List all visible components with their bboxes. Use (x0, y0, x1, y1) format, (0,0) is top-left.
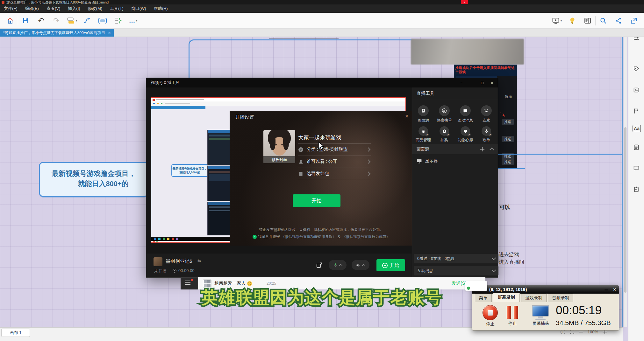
pause-button[interactable] (503, 305, 522, 320)
tab-menu[interactable]: 菜单 (475, 294, 492, 302)
terms-link[interactable]: 《微信视频号直播功能使用条款》 (281, 234, 336, 239)
tab-audio-record[interactable]: 音频录制 (548, 294, 573, 302)
dialog-start-button[interactable]: 开始 (293, 194, 340, 207)
font-style-icon[interactable]: Aa (633, 125, 641, 132)
live-status: 未开播 (154, 268, 167, 274)
tab-screen-record[interactable]: 屏幕录制 (493, 293, 520, 302)
agree-check-icon[interactable]: ✓ (253, 235, 257, 239)
hamburger-menu-icon[interactable] (185, 281, 190, 285)
mic-control[interactable] (329, 260, 347, 270)
live-start-button[interactable]: 开始 (376, 259, 405, 271)
push-button[interactable]: 推送 (502, 159, 514, 165)
cover-caption[interactable]: 修改封面 (263, 156, 295, 163)
tool-products[interactable]: ↗ 商品管理 (413, 126, 433, 143)
comment-icon[interactable] (628, 162, 644, 175)
cover-image[interactable]: 修改封面 (263, 130, 295, 163)
search-button[interactable] (597, 15, 609, 26)
source-item-display[interactable]: 显示器 (417, 158, 438, 164)
menu-insert[interactable]: 插入(I) (68, 6, 80, 11)
chevron-up-icon (339, 264, 342, 267)
image-icon[interactable] (628, 84, 644, 96)
more-tools-button[interactable]: … ▾ (127, 15, 139, 26)
window-maximize-icon[interactable]: □ (481, 80, 483, 85)
tab-close-icon[interactable]: × (108, 31, 111, 35)
red-packet-row[interactable]: 选群发红包 (298, 168, 370, 180)
collapse-icon[interactable] (490, 148, 494, 152)
sticker-tag-icon[interactable] (628, 63, 644, 75)
viewer-stats-bar[interactable]: 0看过 · 0在线 · 0热度 (414, 254, 498, 263)
tool-playlist[interactable]: ↗ 歌单 (476, 126, 496, 143)
push-button[interactable]: 推送 (502, 119, 514, 125)
add-source-icon[interactable] (480, 147, 484, 151)
lightbulb-button[interactable] (567, 15, 578, 26)
stream-title-input[interactable]: 大家一起来玩游戏 (298, 134, 341, 141)
canvas-tab[interactable]: 画布 1 (1, 329, 30, 337)
screen-capture-button[interactable] (532, 305, 550, 320)
menu-window[interactable]: 窗口(W) (131, 6, 146, 11)
swap-account-icon[interactable]: ⇆ (197, 258, 201, 263)
tool-ranking[interactable]: 热度榜单 (434, 105, 454, 123)
recorder-titlebar[interactable]: (8, 13, 1912, 1019) — × (472, 285, 619, 294)
scrollbar-thumb[interactable] (624, 127, 626, 293)
window-minimize-icon[interactable]: — (470, 81, 474, 85)
tool-call[interactable]: 连麦 (476, 105, 496, 123)
redo-button[interactable]: ↷ (51, 15, 62, 26)
lottery-icon (442, 129, 447, 134)
window-close-icon[interactable]: × (490, 80, 493, 86)
tool-screen-source[interactable]: 画面源 (413, 105, 433, 123)
tab-game-record[interactable]: 游戏录制 (521, 294, 547, 302)
vertical-scrollbar[interactable] (624, 37, 627, 327)
mini-window (207, 166, 232, 201)
category-row[interactable]: 分类 : 游戏-英雄联盟 (298, 143, 370, 156)
screen-share-icon[interactable] (316, 262, 323, 269)
menu-help[interactable]: 帮助(H) (154, 6, 168, 11)
recorder-close-icon[interactable]: × (613, 287, 616, 292)
menu-modify[interactable]: 修改(M) (88, 6, 103, 11)
export-button[interactable] (628, 15, 640, 26)
task-clipboard-icon[interactable] (628, 183, 644, 196)
app-close-button[interactable]: × (461, 0, 468, 4)
relationship-button[interactable] (82, 15, 93, 26)
notes-panel-button[interactable] (582, 15, 593, 26)
menu-file[interactable]: 文件(F) (4, 6, 18, 11)
home-button[interactable] (4, 15, 16, 26)
tool-lottery[interactable]: ↗ 抽奖 (434, 126, 454, 143)
live-timer: 00:00:00 (178, 268, 195, 273)
menu-tools[interactable]: 工具(T) (110, 6, 124, 11)
live-window-titlebar[interactable]: 视频号直播工具 ⋯ — □ × (146, 78, 498, 87)
interactive-messages-bar[interactable]: 互动消息 (414, 266, 498, 275)
summary-button[interactable] (112, 15, 124, 26)
window-more-icon[interactable]: ⋯ (459, 80, 463, 85)
tool-messages[interactable]: 互动消息 (455, 105, 475, 123)
stop-button[interactable] (483, 305, 498, 320)
undo-button[interactable]: ↶ (35, 15, 47, 26)
mindmap-node-left[interactable]: 最新视频号游戏撸金项目， 就能日入800+的 (39, 162, 148, 197)
add-label[interactable]: 添加 (505, 94, 512, 99)
app-titlebar[interactable]: 游戏直播推广，用小号点进去下载就能日入800+的蓝海项目.xmind × (0, 0, 644, 4)
send-button[interactable]: 发送(S) (452, 281, 467, 286)
boundary-button[interactable] (97, 15, 108, 26)
page-edge-line (622, 37, 623, 327)
dialog-close-icon[interactable]: × (405, 113, 408, 120)
flag-icon[interactable] (628, 105, 644, 117)
tool-gift-wish[interactable]: ↗ 礼物心愿 (455, 126, 475, 143)
push-button[interactable]: 推送 (502, 136, 514, 142)
document-tab[interactable]: *游戏直播推广，用小号点进去下载就能日入800+的蓝海项目 × (0, 29, 114, 37)
tools-panel-header: 直播工具 (417, 91, 434, 96)
zoom-out-icon[interactable] (579, 332, 583, 332)
dropdown-caret-icon: ▾ (75, 19, 77, 22)
present-button[interactable]: ▾ (551, 15, 563, 26)
terms-link[interactable]: 《微信视频号直播行为规范》 (342, 234, 390, 239)
outline-document-icon[interactable] (628, 141, 644, 154)
recorder-minimize-icon[interactable]: — (605, 288, 608, 291)
chat-group-name[interactable]: 相亲相爱一家人 (214, 281, 246, 286)
visibility-row[interactable]: 谁可以看 : 公开 (298, 156, 370, 168)
speaker-control[interactable] (352, 260, 369, 270)
source-section-header[interactable]: 画面源 (412, 144, 498, 154)
save-button[interactable] (20, 15, 32, 26)
topic-shape-button[interactable]: ▾ (66, 15, 78, 26)
share-button[interactable] (613, 15, 624, 26)
screenshot-node-caption: 推送成功后小号进入直播间就能看见这个游戏 (455, 66, 516, 74)
menu-edit[interactable]: 编辑(E) (25, 6, 39, 11)
menu-view[interactable]: 查看(V) (47, 6, 60, 11)
